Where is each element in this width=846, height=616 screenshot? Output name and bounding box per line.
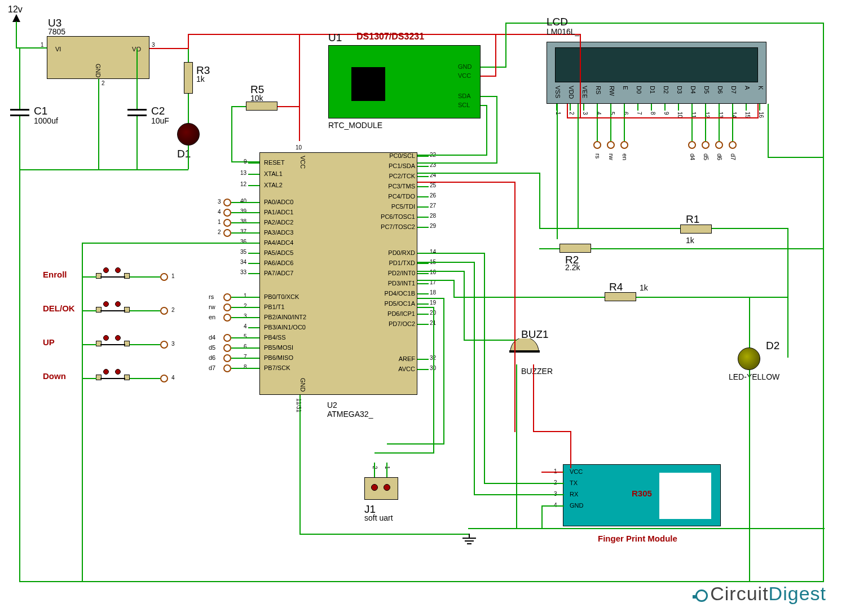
logo-icon bbox=[695, 589, 708, 602]
led-d1 bbox=[177, 123, 200, 146]
lcd-screen bbox=[555, 47, 758, 82]
led-d2 bbox=[738, 347, 760, 370]
button-up[interactable] bbox=[96, 334, 130, 351]
btn-label-down: Down bbox=[43, 371, 66, 381]
val-r3: 1k bbox=[196, 74, 205, 83]
terminal-pa3 bbox=[223, 229, 231, 237]
rtc-chip-name: DS1307/DS3231 bbox=[356, 32, 424, 42]
button-down[interactable] bbox=[96, 368, 130, 385]
resistor-r3 bbox=[184, 62, 193, 94]
fp-chip: R305 bbox=[632, 489, 652, 498]
ref-c1: C1 bbox=[34, 105, 47, 117]
ref-r1: R1 bbox=[686, 213, 699, 226]
val-j1: soft uart bbox=[364, 513, 393, 522]
val-d2: LED-YELLOW bbox=[729, 372, 779, 381]
ref-u1: U1 bbox=[328, 32, 342, 44]
circuit-digest-logo: CircuitDigest bbox=[695, 583, 826, 605]
fp-label: Finger Print Module bbox=[598, 534, 677, 543]
connector-j1 bbox=[364, 477, 398, 500]
arrow-12v bbox=[12, 14, 20, 22]
val-c2: 10uF bbox=[151, 116, 169, 125]
buzzer-icon bbox=[508, 338, 541, 364]
btn-label-up: UP bbox=[43, 337, 55, 347]
resistor-r4 bbox=[605, 292, 636, 301]
ref-lcd: LCD bbox=[547, 16, 568, 28]
btn-label-enroll: Enroll bbox=[43, 270, 67, 279]
label-12v: 12v bbox=[8, 5, 23, 15]
mcu-type: ATMEGA32_ bbox=[327, 410, 373, 419]
button-enroll[interactable] bbox=[96, 266, 130, 283]
val-r1: 1k bbox=[686, 236, 694, 245]
ref-u2: U2 bbox=[327, 401, 337, 410]
resistor-r1 bbox=[680, 225, 712, 234]
lcd-type: LM016L_ bbox=[547, 27, 579, 36]
resistor-r5 bbox=[246, 102, 277, 111]
ground-symbol bbox=[461, 534, 478, 547]
rtc-type: RTC_MODULE bbox=[328, 121, 382, 130]
ref-d2: D2 bbox=[766, 340, 779, 352]
btn-label-del: DEL/OK bbox=[43, 303, 75, 313]
terminal-pa1 bbox=[223, 209, 231, 217]
ref-c2: C2 bbox=[151, 105, 165, 117]
terminal-pa2 bbox=[223, 219, 231, 227]
regulator-u3: VI VO GND bbox=[47, 36, 149, 79]
ref-r4: R4 bbox=[609, 281, 623, 293]
resistor-r2 bbox=[559, 244, 591, 253]
val-buz: BUZZER bbox=[521, 367, 553, 376]
button-del[interactable] bbox=[96, 300, 130, 317]
val-r2: 2.2k bbox=[565, 263, 580, 272]
terminal-pa0 bbox=[223, 199, 231, 206]
val-r4: 1k bbox=[640, 283, 648, 292]
val-c1: 1000uf bbox=[34, 116, 58, 125]
val-7805: 7805 bbox=[48, 27, 65, 36]
